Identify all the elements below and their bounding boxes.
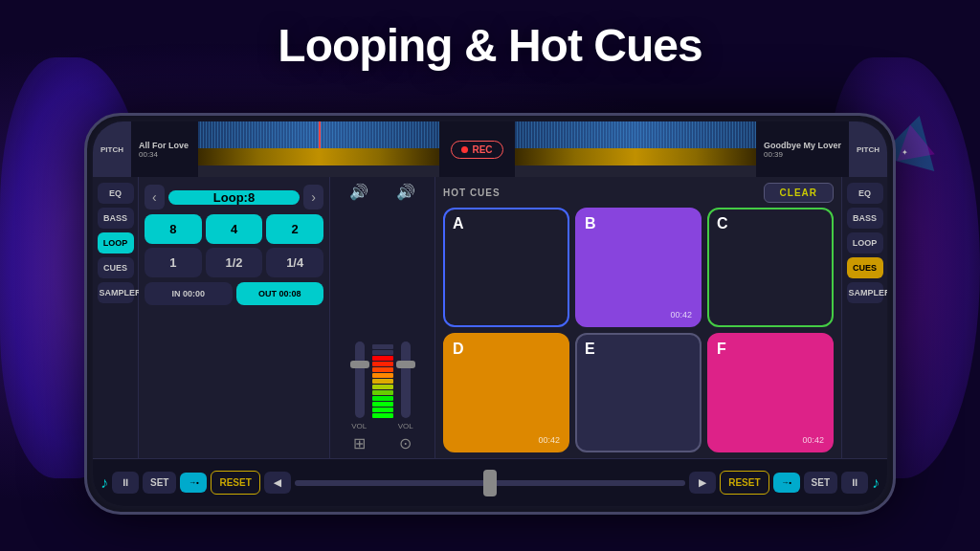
cue-e-button[interactable]: E (575, 333, 702, 452)
mixer-panel: 🔊 🔊 (330, 177, 435, 458)
waveform-bar: PITCH All For Love 00:34 REC (93, 121, 887, 177)
rec-dot (461, 146, 468, 153)
bottom-controls: ♪ ⏸ SET →• RESET ◀ ▶ RESET →• SET ⏸ ♪ (93, 458, 887, 506)
reset-right-button[interactable]: RESET (720, 471, 768, 495)
rec-area: REC (439, 121, 514, 177)
loop-left-button[interactable]: LOOP (98, 232, 134, 253)
cue-c-letter: C (717, 215, 728, 232)
grid-icon[interactable]: ⊞ (353, 434, 366, 452)
cue-set-right-button[interactable]: →• (773, 473, 800, 493)
pitch-left-button[interactable]: PITCH (93, 121, 131, 177)
phone-frame: PITCH All For Love 00:34 REC (84, 113, 896, 515)
cue-set-left-button[interactable]: →• (180, 473, 207, 493)
level-seg-3 (372, 402, 393, 407)
eq-left-button[interactable]: EQ (98, 183, 134, 204)
loop-next-button[interactable]: › (303, 185, 323, 209)
cue-f-button[interactable]: F 00:42 (707, 333, 834, 452)
decoration-triangle-2 (891, 121, 934, 161)
cue-d-button[interactable]: D 00:42 (443, 333, 569, 452)
clear-button[interactable]: CLEAR (764, 183, 834, 203)
in-out-row: IN 00:00 OUT 00:08 (145, 282, 323, 305)
sampler-left-button[interactable]: SAMPLER (98, 282, 134, 303)
level-seg-10 (372, 362, 393, 366)
rec-badge[interactable]: REC (451, 141, 502, 159)
waveform-top (198, 121, 439, 148)
loop-btn-8[interactable]: 8 (145, 214, 202, 244)
loop-btn-1[interactable]: 1 (145, 248, 202, 277)
level-seg-7 (372, 379, 393, 384)
right-track-info: Goodbye My Lover 00:39 (756, 121, 849, 177)
bass-left-button[interactable]: BASS (98, 208, 134, 229)
cue-a-button[interactable]: A (443, 208, 569, 327)
fader-right-col (401, 342, 411, 418)
waveform-wave-right (515, 121, 756, 148)
bass-right-button[interactable]: BASS (847, 208, 883, 229)
fader-left-col (355, 342, 365, 418)
level-seg-4 (372, 396, 393, 401)
cue-d-letter: D (453, 341, 464, 358)
level-seg-2 (372, 408, 393, 412)
pitch-right-button[interactable]: PITCH (849, 121, 887, 177)
level-meter (372, 342, 393, 418)
cues-left-button[interactable]: CUES (98, 257, 134, 278)
rec-label: REC (472, 144, 492, 155)
loop-panel: ‹ Loop:8 › 8 4 2 1 1/2 1/4 IN 00:00 O (139, 177, 330, 458)
level-seg-6 (372, 385, 393, 389)
pause-right-button[interactable]: ⏸ (841, 472, 868, 494)
pause-left-button[interactable]: ⏸ (112, 472, 139, 494)
set-left-button[interactable]: SET (143, 472, 176, 494)
cues-right-button[interactable]: CUES (847, 257, 883, 278)
in-button[interactable]: IN 00:00 (145, 282, 233, 305)
right-track-name: Goodbye My Lover (764, 141, 841, 150)
sampler-right-button[interactable]: SAMPLER (847, 282, 883, 303)
speaker-icons: 🔊 🔊 (336, 183, 429, 201)
cue-a-letter: A (453, 215, 464, 232)
waveform-ruler-right (515, 165, 756, 177)
loop-btn-quarter[interactable]: 1/4 (266, 248, 323, 277)
hot-cues-header: HOT CUES CLEAR (443, 183, 834, 203)
right-panel: EQ BASS LOOP CUES SAMPLER (841, 177, 887, 458)
waveform-visual-right (515, 121, 756, 177)
waveform-visual-left (198, 121, 439, 177)
left-track-time: 00:34 (139, 150, 190, 159)
faders-row (355, 205, 411, 418)
loop-prev-button[interactable]: ‹ (145, 185, 165, 209)
prev-button[interactable]: ◀ (264, 472, 291, 494)
loop-btn-half[interactable]: 1/2 (206, 248, 263, 277)
speaker-left-icon: 🔊 (349, 183, 368, 201)
music-left-icon: ♪ (100, 474, 108, 492)
cue-grid: A B 00:42 C D 00:42 E (443, 208, 834, 452)
level-seg-13 (372, 344, 393, 349)
loop-right-button[interactable]: LOOP (847, 232, 883, 253)
set-right-button[interactable]: SET (804, 472, 837, 494)
waveform-ruler (198, 165, 439, 177)
out-button[interactable]: OUT 00:08 (236, 282, 324, 305)
left-track-info: All For Love 00:34 (131, 121, 198, 177)
reset-left-button[interactable]: RESET (211, 471, 259, 495)
level-seg-5 (372, 390, 393, 395)
fader-left[interactable] (355, 342, 365, 418)
cue-c-button[interactable]: C (707, 208, 834, 327)
waveform-bottom-right (515, 148, 756, 165)
level-seg-9 (372, 367, 393, 372)
cue-f-time: 00:42 (802, 435, 824, 445)
pitch-slider[interactable] (295, 480, 685, 486)
loop-nav: ‹ Loop:8 › (145, 185, 323, 209)
waveform-top-right (515, 121, 756, 148)
settings-icon[interactable]: ⊙ (399, 434, 412, 452)
mixer-bottom-icons: ⊞ ⊙ (336, 434, 429, 452)
cue-b-letter: B (585, 215, 596, 232)
loop-btn-4[interactable]: 4 (206, 214, 263, 244)
right-track-time: 00:39 (764, 150, 841, 159)
cue-b-time: 00:42 (670, 310, 692, 320)
level-seg-8 (372, 373, 393, 378)
fader-right[interactable] (401, 342, 411, 418)
left-panel: EQ BASS LOOP CUES SAMPLER (93, 177, 139, 458)
hot-cues-panel: HOT CUES CLEAR A B 00:42 C D (435, 177, 841, 458)
main-content: EQ BASS LOOP CUES SAMPLER ‹ Loop:8 › 8 4 (93, 177, 887, 458)
next-button[interactable]: ▶ (689, 472, 716, 494)
cue-b-button[interactable]: B 00:42 (575, 208, 702, 327)
loop-btn-2[interactable]: 2 (266, 214, 323, 244)
pitch-slider-handle (483, 470, 497, 496)
eq-right-button[interactable]: EQ (847, 183, 883, 204)
